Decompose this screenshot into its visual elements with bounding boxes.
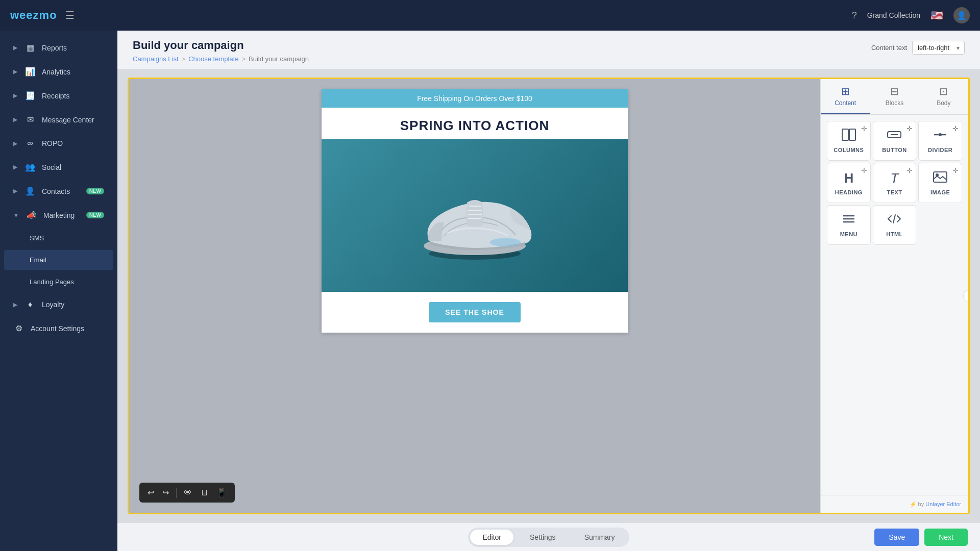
topbar: weezmo ☰ ? Grand Collection 🇺🇸 👤 [0,0,980,31]
sidebar-item-label: Reports [42,44,67,52]
sidebar-item-receipts[interactable]: ▶ 🧾 Receipts [4,85,113,107]
svg-point-6 [490,238,521,246]
landing-pages-label: Landing Pages [30,278,74,286]
reports-icon: ▦ [24,43,36,53]
sidebar-item-message-center[interactable]: ▶ ✉ Message Center [4,109,113,131]
block-html[interactable]: HTML [873,205,917,245]
undo-button[interactable]: ↩ [144,486,157,499]
sidebar-item-label: Receipts [42,92,69,100]
email-headline: SPRING INTO ACTION [322,108,628,139]
sidebar-item-marketing[interactable]: ▼ 📣 Marketing NEW [4,204,113,226]
content-tab-icon: ⊞ [841,85,850,97]
email-canvas[interactable]: Free Shipping On Orders Over $100 SPRING… [129,79,820,513]
sidebar-item-label: Message Center [42,116,94,124]
unlayer-editor-link[interactable]: Unlayer Editor [925,501,961,507]
image-icon [933,171,947,186]
mobile-view-button[interactable]: 📱 [213,486,230,499]
page-header: Build your campaign Campaigns List > Cho… [117,31,980,69]
main-layout: ▶ ▦ Reports ▶ 📊 Analytics ▶ 🧾 Receipts ▶… [0,31,980,551]
logo: weezmo [10,9,57,22]
sidebar-item-analytics[interactable]: ▶ 📊 Analytics [4,61,113,83]
bottom-bar: Editor Settings Summary Save Next [117,522,980,551]
svg-rect-7 [842,129,848,140]
sms-label: SMS [30,234,44,242]
email-body: Free Shipping On Orders Over $100 SPRING… [322,89,628,333]
sidebar-item-social[interactable]: ▶ 👥 Social [4,156,113,178]
add-image-icon: ✛ [952,166,959,174]
sidebar: ▶ ▦ Reports ▶ 📊 Analytics ▶ 🧾 Receipts ▶… [0,31,117,551]
tab-content[interactable]: ⊞ Content [821,79,870,114]
redo-button[interactable]: ↪ [159,486,172,499]
cta-button[interactable]: SEE THE SHOE [429,302,520,322]
breadcrumb-campaigns-list[interactable]: Campaigns List [133,55,179,63]
account-settings-icon: ⚙ [13,323,24,333]
sidebar-item-label: Marketing [43,211,75,219]
bottom-actions: Save Next [874,529,968,546]
tab-body[interactable]: ⊡ Body [919,79,968,114]
breadcrumb-choose-template[interactable]: Choose template [188,55,238,63]
user-avatar[interactable]: 👤 [953,7,970,23]
text-label: TEXT [887,189,902,195]
sidebar-item-loyalty[interactable]: ▶ ♦ Loyalty [4,294,113,315]
social-icon: 👥 [24,162,36,172]
editor-wrapper: Free Shipping On Orders Over $100 SPRING… [117,69,980,522]
add-text-icon: ✛ [906,166,913,174]
sidebar-item-reports[interactable]: ▶ ▦ Reports [4,37,113,59]
help-icon[interactable]: ? [852,10,857,21]
html-label: HTML [886,231,903,237]
block-heading[interactable]: ✛ H HEADING [827,163,871,203]
body-tab-label: Body [937,99,950,107]
editor-frame: Free Shipping On Orders Over $100 SPRING… [128,78,970,514]
heading-label: HEADING [835,189,863,195]
menu-label: MENU [840,231,857,237]
body-tab-icon: ⊡ [939,85,948,97]
block-divider[interactable]: ✛ DIVIDER [918,121,962,161]
tab-editor[interactable]: Editor [470,530,513,545]
add-heading-icon: ✛ [861,166,867,174]
panel-collapse-button[interactable]: » [963,290,970,302]
marketing-icon: 📣 [26,210,37,220]
block-columns[interactable]: ✛ COLUMNS [827,121,871,161]
sidebar-item-label: Loyalty [42,300,64,309]
blocks-grid: ✛ COLUMNS ✛ [821,115,968,251]
svg-line-18 [893,215,895,223]
email-banner: Free Shipping On Orders Over $100 [322,89,628,108]
html-icon [887,213,901,228]
tab-blocks[interactable]: ⊟ Blocks [870,79,919,114]
receipts-icon: 🧾 [24,91,36,101]
block-text[interactable]: ✛ T TEXT [873,163,917,203]
sidebar-item-account-settings[interactable]: ⚙ Account Settings [4,317,113,339]
sidebar-item-email[interactable]: Email [4,250,113,270]
save-button[interactable]: Save [874,529,919,546]
unlayer-credit: ⚡ by Unlayer Editor [821,495,968,513]
sidebar-item-ropo[interactable]: ▶ ∞ ROPO [4,133,113,154]
right-panel-tabs: ⊞ Content ⊟ Blocks ⊡ Body [821,79,968,115]
ropo-icon: ∞ [24,139,36,148]
text-icon: T [891,170,899,186]
svg-point-12 [939,133,942,136]
next-button[interactable]: Next [924,529,968,546]
hamburger-icon[interactable]: ☰ [65,9,75,21]
tab-settings[interactable]: Settings [518,530,568,545]
content-text-wrapper: left-to-right right-to-left [912,41,965,55]
desktop-view-button[interactable]: 🖥 [197,486,211,499]
sidebar-item-contacts[interactable]: ▶ 👤 Contacts NEW [4,180,113,202]
blocks-tab-label: Blocks [886,99,903,107]
contacts-icon: 👤 [24,186,36,196]
message-center-icon: ✉ [24,115,36,124]
content-tab-label: Content [835,99,856,107]
sidebar-item-landing-pages[interactable]: Landing Pages [4,272,113,292]
heading-icon: H [844,170,853,186]
content-text-select[interactable]: left-to-right right-to-left [912,41,965,55]
block-menu[interactable]: MENU [827,205,871,245]
email-cta: SEE THE SHOE [322,292,628,333]
divider-label: DIVIDER [928,147,952,153]
tab-summary[interactable]: Summary [572,530,627,545]
contacts-badge: NEW [86,188,104,194]
block-button[interactable]: ✛ BUTTON [873,121,917,161]
block-image[interactable]: ✛ IMAGE [918,163,962,203]
sidebar-item-sms[interactable]: SMS [4,228,113,248]
preview-button[interactable]: 👁 [181,486,195,499]
sidebar-item-label: ROPO [42,139,63,147]
button-label: BUTTON [882,147,907,153]
